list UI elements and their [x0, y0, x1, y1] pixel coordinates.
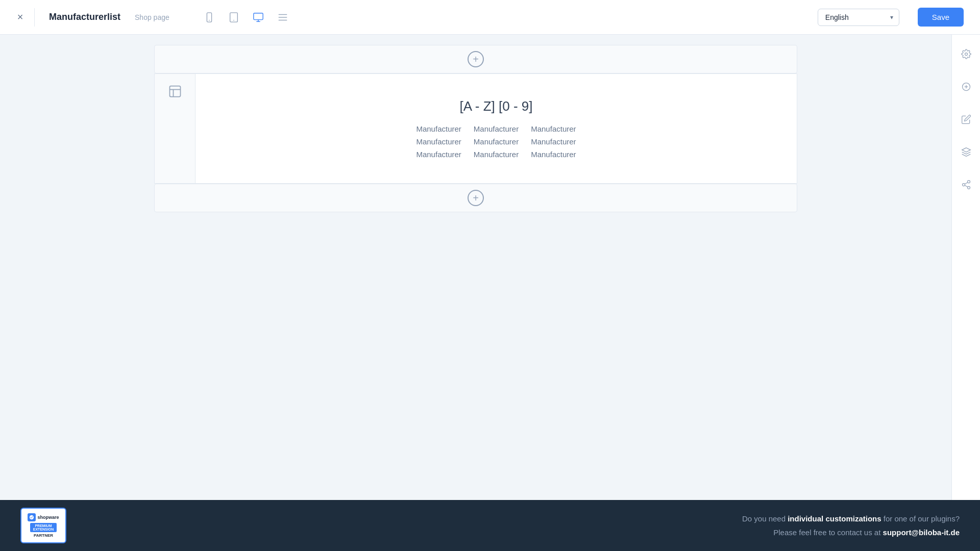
- footer-text-bold: individual customizations: [788, 514, 881, 523]
- close-button[interactable]: ×: [16, 8, 35, 27]
- manufacturer-row: Manufacturer Manufacturer Manufacturer: [416, 150, 576, 159]
- list-icon: [277, 12, 288, 23]
- manufacturer-row: Manufacturer Manufacturer Manufacturer: [416, 137, 576, 146]
- shopware-logo: shopware: [28, 513, 59, 521]
- manufacturer-grid: Manufacturer Manufacturer Manufacturer M…: [416, 124, 576, 159]
- svg-point-13: [965, 53, 967, 56]
- layers-icon: [961, 147, 971, 157]
- page-title: Manufacturerlist: [49, 12, 120, 22]
- layers-button[interactable]: [957, 143, 975, 161]
- add-button[interactable]: [957, 78, 975, 96]
- settings-button[interactable]: [957, 45, 975, 63]
- language-select[interactable]: English German French Spanish: [818, 9, 899, 26]
- add-circle-icon: [961, 82, 971, 92]
- manufacturer-item: Manufacturer: [416, 124, 461, 133]
- tablet-view-button[interactable]: [225, 8, 243, 27]
- view-controls: [200, 8, 292, 27]
- add-section-top[interactable]: +: [154, 45, 797, 73]
- canvas-inner: + [A - Z] [0 - 9]: [154, 45, 797, 212]
- manufacturer-item: Manufacturer: [531, 137, 576, 146]
- header: × Manufacturerlist Shop page: [0, 0, 980, 35]
- manufacturer-item: Manufacturer: [416, 137, 461, 146]
- footer-text-part1: Do you need: [742, 514, 788, 523]
- tablet-icon: [228, 12, 239, 23]
- manufacturer-item: Manufacturer: [474, 137, 519, 146]
- svg-line-21: [965, 185, 968, 187]
- share-button[interactable]: [957, 176, 975, 194]
- svg-point-20: [967, 186, 970, 189]
- content-block: [A - Z] [0 - 9] Manufacturer Manufacture…: [154, 73, 797, 184]
- add-section-bottom-icon: +: [468, 190, 484, 206]
- premium-badge: PREMIUMEXTENSION: [30, 523, 57, 532]
- footer-logo: shopware PREMIUMEXTENSION PARTNER: [20, 508, 66, 543]
- desktop-view-button[interactable]: [249, 8, 267, 27]
- page-subtitle: Shop page: [135, 13, 169, 21]
- footer-text: Do you need individual customizations fo…: [79, 512, 960, 539]
- add-section-bottom[interactable]: +: [154, 184, 797, 212]
- settings-icon: [961, 49, 971, 59]
- manufacturer-item: Manufacturer: [531, 124, 576, 133]
- svg-point-18: [967, 181, 970, 183]
- svg-marker-17: [962, 148, 970, 152]
- footer-line1: Do you need individual customizations fo…: [79, 512, 960, 525]
- language-selector-wrapper: English German French Spanish ▾: [818, 9, 899, 26]
- block-sidebar: [155, 74, 195, 183]
- canvas-wrapper: + [A - Z] [0 - 9]: [0, 35, 951, 500]
- mobile-view-button[interactable]: [200, 8, 218, 27]
- block-heading: [A - Z] [0 - 9]: [459, 98, 532, 114]
- footer-line2: Please feel free to contact us at suppor…: [79, 525, 960, 539]
- main-area: + [A - Z] [0 - 9]: [0, 35, 980, 500]
- add-section-top-icon: +: [468, 51, 484, 67]
- manufacturer-row: Manufacturer Manufacturer Manufacturer: [416, 124, 576, 133]
- block-content: [A - Z] [0 - 9] Manufacturer Manufacture…: [195, 74, 797, 183]
- mobile-icon: [204, 12, 215, 23]
- share-icon: [961, 180, 971, 190]
- shopware-text: shopware: [37, 515, 59, 520]
- svg-point-19: [962, 184, 965, 186]
- partner-text: PARTNER: [34, 533, 53, 538]
- manufacturer-item: Manufacturer: [416, 150, 461, 159]
- edit-button[interactable]: [957, 110, 975, 129]
- footer-text-part2: for one of our plugins?: [881, 514, 960, 523]
- right-sidebar: [951, 35, 980, 500]
- footer: shopware PREMIUMEXTENSION PARTNER Do you…: [0, 500, 980, 551]
- manufacturer-item: Manufacturer: [474, 150, 519, 159]
- layout-icon: [168, 84, 182, 101]
- manufacturer-item: Manufacturer: [531, 150, 576, 159]
- edit-icon: [961, 114, 971, 124]
- desktop-icon: [253, 12, 264, 23]
- svg-rect-4: [254, 13, 263, 19]
- footer-email: support@biloba-it.de: [883, 528, 960, 537]
- save-button[interactable]: Save: [918, 8, 964, 27]
- list-view-button[interactable]: [274, 8, 292, 27]
- manufacturer-item: Manufacturer: [474, 124, 519, 133]
- svg-line-22: [965, 182, 968, 184]
- footer-contact-text: Please feel free to contact us at: [773, 528, 883, 537]
- svg-rect-10: [169, 86, 180, 97]
- shopware-icon: [28, 513, 36, 521]
